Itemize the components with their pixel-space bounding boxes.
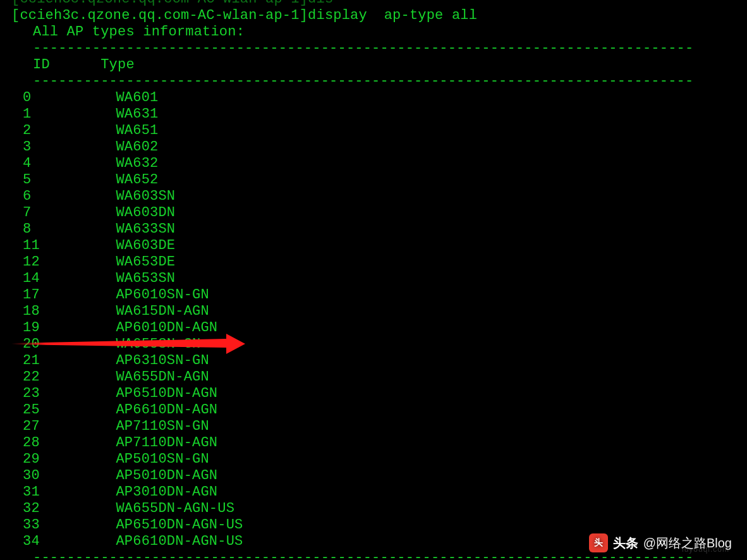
table-row: 1 WA631 <box>11 106 747 123</box>
watermark-faded: luyouqi.com <box>682 545 729 554</box>
table-row: 18 WA615DN-AGN <box>11 303 747 320</box>
table-row: 19 AP6010DN-AGN <box>11 320 747 336</box>
table-row: 20 WA655SN-GN <box>11 336 747 353</box>
table-row: 3 WA602 <box>11 139 747 155</box>
table-row: 23 AP6510DN-AGN <box>11 386 747 402</box>
table-row: 22 WA655DN-AGN <box>11 369 747 386</box>
table-row: 2 WA651 <box>11 123 747 139</box>
table-row: 29 AP5010SN-GN <box>11 451 747 468</box>
table-row: 28 AP7110DN-AGN <box>11 435 747 451</box>
table-row: 17 AP6010SN-GN <box>11 287 747 303</box>
table-header: ID Type <box>11 57 747 73</box>
table-row: 4 WA632 <box>11 155 747 172</box>
table-row: 30 AP5010DN-AGN <box>11 468 747 484</box>
table-row: 6 WA603SN <box>11 188 747 205</box>
toutiao-logo-icon: 头 <box>589 533 608 552</box>
table-row: 27 AP7110SN-GN <box>11 418 747 435</box>
terminal-line-partial: [ccieh3c.qzone.qq.com AC wlan ap 1]dis <box>11 0 747 8</box>
table-row: 14 WA653SN <box>11 271 747 287</box>
terminal-output: [ccieh3c.qzone.qq.com AC wlan ap 1]dis[c… <box>0 0 747 560</box>
table-row: 21 AP6310SN-GN <box>11 353 747 369</box>
table-row: 0 WA601 <box>11 90 747 106</box>
terminal-divider: ----------------------------------------… <box>11 73 747 90</box>
table-row: 11 WA603DE <box>11 238 747 254</box>
table-row: 7 WA603DN <box>11 205 747 221</box>
table-row: 32 WA655DN-AGN-US <box>11 501 747 517</box>
table-row: 5 WA652 <box>11 172 747 188</box>
watermark-prefix: 头条 <box>613 535 638 552</box>
table-row: 31 AP3010DN-AGN <box>11 484 747 501</box>
terminal-info-line: All AP types information: <box>11 24 747 40</box>
terminal-divider: ----------------------------------------… <box>11 40 747 57</box>
table-row: 33 AP6510DN-AGN-US <box>11 517 747 533</box>
table-row: 8 WA633SN <box>11 221 747 238</box>
table-row: 25 AP6610DN-AGN <box>11 402 747 418</box>
table-row: 12 WA653DE <box>11 254 747 271</box>
terminal-command-line: [ccieh3c.qzone.qq.com-AC-wlan-ap-1]displ… <box>11 8 747 24</box>
